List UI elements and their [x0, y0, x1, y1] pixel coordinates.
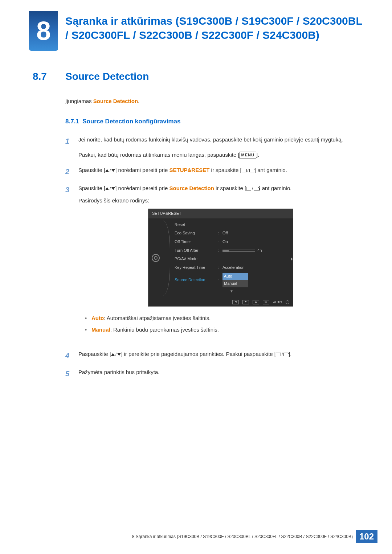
osd-option-manual: Manual	[222, 280, 248, 287]
osd-back-icon: ◄	[232, 300, 239, 304]
step-number: 5	[65, 368, 72, 379]
footer-text: 8 Sąranka ir atkūrimas (S19C300B / S19C3…	[132, 534, 353, 539]
submenu-arrow-icon	[291, 258, 293, 260]
step-5: 5 Pažymėta parinktis bus pritaikyta.	[65, 368, 363, 379]
subsection-title: Source Detection konfigūravimas	[82, 118, 180, 125]
source-enter-icon: /	[242, 167, 254, 174]
intro-suffix: .	[138, 98, 139, 104]
osd-items: Reset Eco Saving:Off Off Timer:On Turn O…	[170, 218, 293, 298]
step-body: Paspauskite [/] ir pereikite prie pageid…	[78, 350, 363, 361]
page-number: 102	[356, 530, 377, 543]
step-number: 3	[65, 184, 72, 343]
osd-dropdown: Auto Manual	[222, 273, 248, 287]
intro-term: Source Detection	[93, 98, 138, 104]
menu-key-icon: MENU	[240, 152, 256, 159]
content-area: Įjungiamas Source Detection. 8.7.1 Sourc…	[0, 82, 392, 379]
step-2: 2 Spauskite [/] norėdami pereiti prie SE…	[65, 166, 363, 177]
osd-scroll-down-icon: ▼	[170, 288, 293, 296]
intro-prefix: Įjungiamas	[65, 98, 93, 104]
step-body: Pažymėta parinktis bus pritaikyta.	[78, 368, 363, 379]
section-number: 8.7	[33, 71, 54, 82]
bullet-list: Auto: Automatiškai atpažįstamas įvesties…	[78, 314, 363, 334]
slider-icon	[222, 250, 255, 252]
osd-row-offtimer: Off Timer:On	[170, 238, 293, 246]
subsection-number: 8.7.1	[65, 118, 79, 125]
osd-row-eco: Eco Saving:Off	[170, 229, 293, 238]
osd-title: SETUP&RESET	[148, 209, 293, 218]
subsection-heading: 8.7.1 Source Detection konfigūravimas	[65, 116, 363, 126]
osd-row-pcav: PC/AV Mode	[170, 255, 293, 263]
step-1b-text: Paskui, kad būtų rodomas atitinkamas men…	[78, 151, 363, 159]
intro-text: Įjungiamas Source Detection.	[65, 97, 363, 106]
up-down-icon: /	[105, 167, 115, 174]
chapter-title: Sąranka ir atkūrimas (S19C300B / S19C300…	[65, 11, 363, 42]
step-3a-text: Spauskite [/] norėdami pereiti prie Sour…	[78, 184, 363, 193]
osd-enter-icon: ▭	[263, 300, 269, 304]
osd-row-reset: Reset	[170, 221, 293, 229]
source-enter-icon: /	[276, 351, 289, 358]
osd-power-icon	[286, 300, 289, 304]
step-3: 3 Spauskite [/] norėdami pereiti prie So…	[65, 184, 363, 343]
step-number: 1	[65, 135, 72, 159]
osd-gear-col	[148, 218, 163, 298]
osd-down-icon: ▼	[242, 300, 249, 304]
step-3b-text: Pasirodys šis ekrano rodinys:	[78, 196, 363, 205]
osd-up-icon: ▲	[253, 300, 259, 304]
osd-row-source: Source Detection: Auto Manual	[170, 272, 293, 288]
osd-bottom-bar: ◄ ▼ ▲ ▭ AUTO	[148, 298, 293, 306]
chapter-number-badge: 8	[29, 11, 58, 51]
setup-reset-term: SETUP&RESET	[170, 167, 210, 173]
chapter-header: 8 Sąranka ir atkūrimas (S19C300B / S19C3…	[0, 0, 392, 51]
osd-menu: SETUP&RESET Reset Eco Saving:Off	[148, 209, 293, 307]
bullet-manual: Manual: Rankiniu būdu parenkamas įvestie…	[91, 325, 363, 334]
source-detection-term: Source Detection	[170, 185, 214, 191]
step-number: 2	[65, 166, 72, 177]
section-header: 8.7 Source Detection	[0, 51, 392, 82]
page-footer: 8 Sąranka ir atkūrimas (S19C300B / S19C3…	[132, 530, 377, 543]
osd-auto-label: AUTO	[273, 300, 282, 305]
step-4: 4 Paspauskite [/] ir pereikite prie page…	[65, 350, 363, 361]
osd-option-auto: Auto	[222, 273, 248, 280]
gear-icon	[152, 254, 160, 262]
step-number: 4	[65, 350, 72, 361]
up-down-icon: /	[105, 185, 115, 192]
bullet-auto: Auto: Automatiškai atpažįstamas įvesties…	[91, 314, 363, 323]
step-body: Jei norite, kad būtų rodomas funkcinių k…	[78, 135, 363, 159]
osd-row-turnoff: Turn Off After: 4h	[170, 246, 293, 255]
up-down-icon: /	[111, 351, 121, 358]
step-body: Spauskite [/] norėdami pereiti prie Sour…	[78, 184, 363, 343]
step-1a-text: Jei norite, kad būtų rodomas funkcinių k…	[78, 135, 363, 144]
step-1: 1 Jei norite, kad būtų rodomas funkcinių…	[65, 135, 363, 159]
source-enter-icon: /	[246, 185, 259, 192]
section-title: Source Detection	[65, 71, 149, 82]
osd-curve	[163, 221, 170, 296]
osd-row-keyrepeat: Key Repeat Time:Acceleration	[170, 263, 293, 272]
step-body: Spauskite [/] norėdami pereiti prie SETU…	[78, 166, 363, 177]
